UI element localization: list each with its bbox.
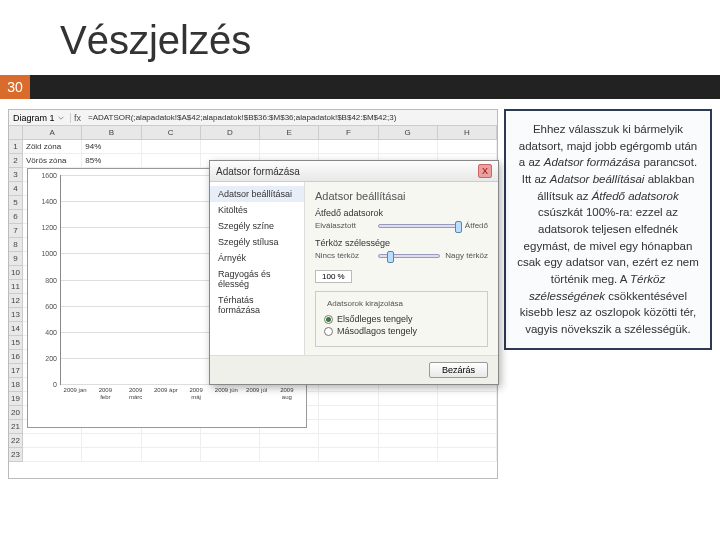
row-header[interactable]: 8 bbox=[9, 238, 22, 252]
cell[interactable] bbox=[201, 434, 260, 447]
cell[interactable]: Vörös zóna bbox=[23, 154, 82, 167]
cell[interactable] bbox=[260, 448, 319, 461]
slider-thumb[interactable] bbox=[455, 221, 462, 233]
cell[interactable] bbox=[319, 406, 378, 419]
nav-item[interactable]: Szegély stílusa bbox=[210, 234, 304, 250]
row-header[interactable]: 6 bbox=[9, 210, 22, 224]
slider-thumb[interactable] bbox=[387, 251, 394, 263]
cell[interactable] bbox=[142, 448, 201, 461]
row-header[interactable]: 20 bbox=[9, 406, 22, 420]
cell[interactable] bbox=[438, 392, 497, 405]
radio-secondary-axis[interactable]: Másodlagos tengely bbox=[324, 326, 479, 336]
row-header[interactable]: 11 bbox=[9, 280, 22, 294]
row-header[interactable]: 13 bbox=[9, 308, 22, 322]
close-icon[interactable]: X bbox=[478, 164, 492, 178]
col-header[interactable]: A bbox=[23, 126, 82, 139]
cell[interactable] bbox=[438, 448, 497, 461]
close-button[interactable]: Bezárás bbox=[429, 362, 488, 378]
col-header[interactable]: B bbox=[82, 126, 141, 139]
fx-label: fx bbox=[71, 113, 84, 123]
cell[interactable] bbox=[260, 434, 319, 447]
gap-slider[interactable] bbox=[378, 254, 440, 258]
row-header[interactable]: 18 bbox=[9, 378, 22, 392]
nav-item[interactable]: Kitöltés bbox=[210, 202, 304, 218]
row-header[interactable]: 7 bbox=[9, 224, 22, 238]
row-header[interactable]: 17 bbox=[9, 364, 22, 378]
nav-item[interactable]: Árnyék bbox=[210, 250, 304, 266]
spreadsheet-window: Diagram 1 fx =ADATSOR(;alapadatok!$A$42;… bbox=[8, 109, 498, 479]
cell[interactable] bbox=[319, 434, 378, 447]
formula-input[interactable]: =ADATSOR(;alapadatok!$A$42;alapadatok!$B… bbox=[84, 113, 497, 122]
row-header[interactable]: 23 bbox=[9, 448, 22, 462]
cell[interactable] bbox=[201, 448, 260, 461]
row-header[interactable]: 19 bbox=[9, 392, 22, 406]
dialog-titlebar[interactable]: Adatsor formázása X bbox=[210, 161, 498, 182]
radio-label: Másodlagos tengely bbox=[337, 326, 417, 336]
cell[interactable] bbox=[142, 434, 201, 447]
row-header[interactable]: 21 bbox=[9, 420, 22, 434]
cell[interactable] bbox=[82, 448, 141, 461]
cell[interactable] bbox=[319, 140, 378, 153]
cell[interactable] bbox=[142, 154, 201, 167]
cell[interactable]: Zöld zóna bbox=[23, 140, 82, 153]
row-header[interactable]: 14 bbox=[9, 322, 22, 336]
row-header[interactable]: 22 bbox=[9, 434, 22, 448]
explain-text: csúszkát 100%-ra: ezzel az adatsorok tel… bbox=[517, 206, 699, 285]
cell[interactable]: 94% bbox=[82, 140, 141, 153]
cell[interactable] bbox=[379, 140, 438, 153]
col-header[interactable]: F bbox=[319, 126, 378, 139]
cell[interactable] bbox=[379, 420, 438, 433]
table-row: Zöld zóna94% bbox=[23, 140, 497, 154]
row-header[interactable]: 15 bbox=[9, 336, 22, 350]
row-headers: 1234567891011121314151617181920212223 bbox=[9, 140, 23, 462]
cell[interactable]: 85% bbox=[82, 154, 141, 167]
cell[interactable] bbox=[319, 420, 378, 433]
cell[interactable] bbox=[82, 434, 141, 447]
cell[interactable] bbox=[201, 140, 260, 153]
row-header[interactable]: 10 bbox=[9, 266, 22, 280]
row-header[interactable]: 5 bbox=[9, 196, 22, 210]
slider-right-label: Nagy térköz bbox=[445, 251, 488, 260]
x-tick-label: 2009 aug bbox=[275, 387, 299, 400]
cell[interactable] bbox=[379, 406, 438, 419]
nav-item[interactable]: Ragyogás és élesség bbox=[210, 266, 304, 292]
radio-primary-axis[interactable]: Elsődleges tengely bbox=[324, 314, 479, 324]
name-box[interactable]: Diagram 1 bbox=[9, 113, 71, 123]
row-header[interactable]: 12 bbox=[9, 294, 22, 308]
nav-item[interactable]: Adatsor beállításai bbox=[210, 186, 304, 202]
nav-item[interactable]: Térhatás formázása bbox=[210, 292, 304, 318]
col-header[interactable]: D bbox=[201, 126, 260, 139]
column-headers: A B C D E F G H bbox=[9, 126, 497, 140]
cell[interactable] bbox=[260, 140, 319, 153]
cell[interactable] bbox=[438, 406, 497, 419]
col-header[interactable]: G bbox=[379, 126, 438, 139]
cell[interactable] bbox=[142, 140, 201, 153]
row-header[interactable]: 9 bbox=[9, 252, 22, 266]
row-header[interactable]: 3 bbox=[9, 168, 22, 182]
slider-left-label: Elválasztott bbox=[315, 221, 373, 230]
cell[interactable] bbox=[23, 448, 82, 461]
overlap-slider[interactable] bbox=[378, 224, 460, 228]
row-header[interactable]: 2 bbox=[9, 154, 22, 168]
row-header[interactable]: 16 bbox=[9, 350, 22, 364]
cell[interactable] bbox=[379, 434, 438, 447]
cell[interactable] bbox=[379, 448, 438, 461]
row-header[interactable]: 4 bbox=[9, 182, 22, 196]
row-header[interactable]: 1 bbox=[9, 140, 22, 154]
cell[interactable] bbox=[438, 420, 497, 433]
cell[interactable] bbox=[23, 434, 82, 447]
col-header[interactable]: E bbox=[260, 126, 319, 139]
explain-emphasis: Átfedő adatsorok bbox=[592, 190, 679, 202]
table-row bbox=[23, 448, 497, 462]
cell[interactable] bbox=[319, 392, 378, 405]
cell[interactable] bbox=[379, 392, 438, 405]
col-header[interactable]: C bbox=[142, 126, 201, 139]
gap-value-box[interactable]: 100 % bbox=[315, 270, 352, 283]
cell[interactable] bbox=[319, 448, 378, 461]
nav-item[interactable]: Szegély színe bbox=[210, 218, 304, 234]
col-header[interactable]: H bbox=[438, 126, 497, 139]
cell[interactable] bbox=[438, 140, 497, 153]
page-number-badge: 30 bbox=[0, 75, 30, 99]
x-tick-label: 2009 júl bbox=[245, 387, 269, 400]
cell[interactable] bbox=[438, 434, 497, 447]
